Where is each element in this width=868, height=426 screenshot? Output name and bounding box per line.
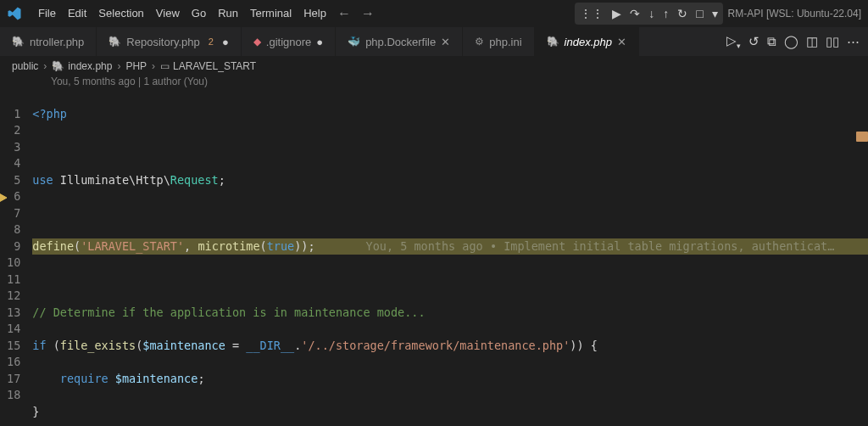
tab-gitignore[interactable]: ◆ .gitignore ●: [242, 27, 336, 56]
run-icon[interactable]: ▷▾: [726, 33, 741, 50]
php-file-icon: 🐘: [547, 36, 559, 48]
current-exec-line: define('LARAVEL_START', microtime(true))…: [32, 238, 868, 255]
debug-more-icon[interactable]: ▾: [712, 7, 718, 20]
php-file-icon: 🐘: [108, 36, 121, 48]
token: <?php: [32, 107, 67, 121]
menu-terminal[interactable]: Terminal: [244, 7, 298, 20]
line-number-gutter: 123456789101112131415161718: [0, 89, 32, 426]
menu-help[interactable]: Help: [298, 7, 332, 20]
chevron-right-icon: ›: [115, 60, 122, 72]
tab-label: ntroller.php: [30, 36, 84, 48]
compare-icon[interactable]: ⧉: [767, 34, 776, 49]
history-back-icon[interactable]: ↺: [748, 34, 760, 49]
tab-phpini[interactable]: ⚙ php.ini: [463, 27, 534, 56]
git-file-icon: ◆: [253, 36, 261, 48]
gitlens-header: You, 5 months ago | 1 author (You): [0, 76, 868, 89]
tab-label: php.Dockerfile: [365, 36, 436, 48]
step-out-icon[interactable]: ↑: [663, 7, 669, 20]
tab-label: php.ini: [489, 36, 521, 48]
vscode-logo-icon: [7, 6, 22, 21]
tab-controller[interactable]: 🐘 ntroller.php: [0, 27, 97, 56]
docker-file-icon: 🐳: [348, 36, 360, 48]
split-editor-icon[interactable]: ▯▯: [826, 34, 839, 49]
token: use: [32, 173, 53, 187]
continue-icon[interactable]: ▶: [612, 7, 621, 20]
tab-badge: 2: [205, 36, 217, 47]
token: // Determine if the application is in ma…: [32, 305, 425, 319]
token: Request: [170, 173, 219, 187]
close-icon[interactable]: ✕: [441, 36, 450, 48]
php-file-icon: 🐘: [52, 60, 64, 72]
tab-label: Repository.php: [126, 36, 199, 48]
nav-back-icon[interactable]: ←: [332, 6, 356, 21]
step-over-icon[interactable]: ↷: [630, 7, 640, 20]
drag-handle-icon[interactable]: ⋮⋮: [580, 7, 604, 20]
code-editor[interactable]: 123456789101112131415161718 <?php use Il…: [0, 89, 868, 426]
tab-index[interactable]: 🐘 index.php ✕: [535, 27, 639, 56]
menu-selection[interactable]: Selection: [92, 7, 149, 20]
breadcrumb[interactable]: public › 🐘 index.php › PHP › ▭ LARAVEL_S…: [0, 57, 868, 76]
menu-run[interactable]: Run: [212, 7, 244, 20]
breakpoint-current-icon[interactable]: [0, 159, 8, 169]
breadcrumb-sym[interactable]: PHP: [125, 60, 147, 72]
tab-label: index.php: [565, 36, 612, 48]
chevron-right-icon: ›: [42, 60, 48, 72]
circle-icon[interactable]: ◯: [784, 34, 798, 49]
editor-actions: ▷▾ ↺ ⧉ ◯ ◫ ▯▯ ⋯: [718, 27, 868, 56]
token: Illuminate\Http\: [53, 173, 170, 187]
breadcrumb-folder[interactable]: public: [12, 60, 38, 72]
svg-marker-0: [0, 193, 7, 202]
modified-dot-icon: ●: [316, 36, 323, 48]
chevron-right-icon: ›: [150, 60, 157, 72]
code-area[interactable]: <?php use Illuminate\Http\Request; defin…: [32, 89, 868, 426]
debug-toolbar: ⋮⋮ ▶ ↷ ↓ ↑ ↻ □ ▾: [575, 3, 722, 25]
php-file-icon: 🐘: [12, 36, 25, 48]
menu-view[interactable]: View: [150, 7, 186, 20]
close-icon[interactable]: ✕: [617, 36, 626, 48]
breadcrumb-file[interactable]: index.php: [68, 60, 112, 72]
tabstrip: 🐘 ntroller.php 🐘 Repository.php 2 ● ◆ .g…: [0, 27, 868, 57]
symbol-constant-icon: ▭: [160, 60, 170, 72]
menubar: File Edit Selection View Go Run Terminal…: [0, 0, 868, 27]
window-title: RM-API [WSL: Ubuntu-22.04]: [728, 8, 861, 20]
step-into-icon[interactable]: ↓: [648, 7, 654, 20]
token: ;: [219, 173, 225, 187]
tab-dockerfile[interactable]: 🐳 php.Dockerfile ✕: [336, 27, 463, 56]
breadcrumb-sym[interactable]: LARAVEL_START: [173, 60, 256, 72]
more-icon[interactable]: ⋯: [847, 34, 860, 49]
menu-go[interactable]: Go: [186, 7, 212, 20]
menu-file[interactable]: File: [32, 7, 62, 20]
gitlens-line-blame: You, 5 months ago • Implement initial ta…: [366, 239, 835, 253]
tab-label: .gitignore: [266, 36, 311, 48]
stop-icon[interactable]: □: [696, 7, 703, 20]
minimap-marker[interactable]: [856, 132, 868, 142]
modified-dot-icon: ●: [222, 36, 229, 48]
nav-forward-icon[interactable]: →: [356, 6, 380, 21]
menu-edit[interactable]: Edit: [62, 7, 92, 20]
open-aside-icon[interactable]: ◫: [806, 34, 818, 49]
config-file-icon: ⚙: [475, 36, 484, 48]
restart-icon[interactable]: ↻: [677, 7, 687, 20]
tab-repository[interactable]: 🐘 Repository.php 2 ●: [97, 27, 241, 56]
